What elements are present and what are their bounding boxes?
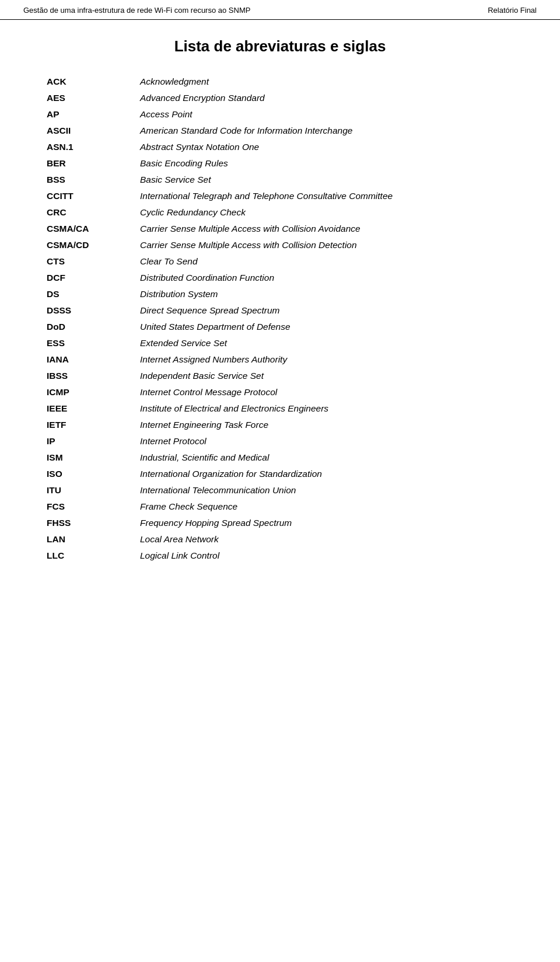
abbr-term: FHSS [47,518,140,528]
abbr-row: IANAInternet Assigned Numbers Authority [47,354,513,365]
abbr-row: IEEEInstitute of Electrical and Electron… [47,403,513,414]
abbr-row: CCITTInternational Telegraph and Telepho… [47,191,513,201]
abbr-term: ISO [47,469,140,479]
abbr-definition: Frequency Hopping Spread Spectrum [140,518,292,528]
abbr-definition: Abstract Syntax Notation One [140,142,259,152]
abbr-row: IBSSIndependent Basic Service Set [47,371,513,381]
abbr-term: LLC [47,550,140,561]
report-label: Relatório Final [488,6,537,15]
abbr-term: FCS [47,501,140,512]
abbr-row: ASN.1Abstract Syntax Notation One [47,142,513,152]
abbr-term: AES [47,93,140,103]
abbr-row: ASCIIAmerican Standard Code for Informat… [47,126,513,136]
abbr-definition: Distributed Coordination Function [140,273,274,283]
abbr-term: IP [47,436,140,447]
abbr-definition: Logical Link Control [140,550,219,561]
abbr-definition: Extended Service Set [140,338,227,348]
abbr-definition: United States Department of Defense [140,322,290,332]
abbr-term: IBSS [47,371,140,381]
abbr-row: FHSSFrequency Hopping Spread Spectrum [47,518,513,528]
section-title: Lista de abreviaturas e siglas [47,37,513,55]
abbr-term: CTS [47,256,140,267]
abbr-term: CSMA/CA [47,224,140,234]
abbr-term: DCF [47,273,140,283]
abbr-row: CRCCyclic Redundancy Check [47,207,513,218]
abbr-row: ISOInternational Organization for Standa… [47,469,513,479]
page-content: Lista de abreviaturas e siglas ACKAcknow… [0,20,560,590]
abbr-definition: Internet Protocol [140,436,206,447]
abbr-row: ACKAcknowledgment [47,76,513,87]
abbr-definition: Access Point [140,109,192,120]
page-header: Gestão de uma infra-estrutura de rede Wi… [0,0,560,20]
abbr-row: AESAdvanced Encryption Standard [47,93,513,103]
abbr-row: CSMA/CDCarrier Sense Multiple Access wit… [47,240,513,250]
abbr-definition: Carrier Sense Multiple Access with Colli… [140,224,360,234]
abbr-term: ESS [47,338,140,348]
abbr-term: ISM [47,452,140,463]
abbr-term: IETF [47,420,140,430]
abbr-row: IETFInternet Engineering Task Force [47,420,513,430]
abbr-row: IPInternet Protocol [47,436,513,447]
abbr-definition: Distribution System [140,289,218,299]
abbr-term: CRC [47,207,140,218]
abbr-row: CSMA/CACarrier Sense Multiple Access wit… [47,224,513,234]
abbr-row: CTSClear To Send [47,256,513,267]
abbr-definition: Direct Sequence Spread Spectrum [140,305,280,316]
abbr-term: CCITT [47,191,140,201]
abbr-definition: Internet Control Message Protocol [140,387,277,398]
document-title: Gestão de uma infra-estrutura de rede Wi… [23,6,250,15]
abbr-row: LANLocal Area Network [47,534,513,545]
abbr-row: FCSFrame Check Sequence [47,501,513,512]
abbr-definition: Institute of Electrical and Electronics … [140,403,328,414]
abbr-term: DS [47,289,140,299]
abbr-definition: Advanced Encryption Standard [140,93,265,103]
abbr-term: BER [47,158,140,169]
abbr-definition: Basic Service Set [140,175,211,185]
abbr-term: LAN [47,534,140,545]
abbr-term: DSSS [47,305,140,316]
abbr-definition: Local Area Network [140,534,219,545]
abbr-term: ASCII [47,126,140,136]
abbr-term: BSS [47,175,140,185]
abbr-definition: Frame Check Sequence [140,501,237,512]
abbr-term: ACK [47,76,140,87]
abbr-definition: International Organization for Standardi… [140,469,322,479]
abbr-row: DSSSDirect Sequence Spread Spectrum [47,305,513,316]
abbr-definition: Independent Basic Service Set [140,371,264,381]
abbr-definition: International Telegraph and Telephone Co… [140,191,393,201]
abbr-row: ITUInternational Telecommunication Union [47,485,513,496]
abbr-definition: Internet Engineering Task Force [140,420,268,430]
abbr-definition: Acknowledgment [140,76,209,87]
abbr-row: DCFDistributed Coordination Function [47,273,513,283]
abbr-term: ICMP [47,387,140,398]
abbr-term: ASN.1 [47,142,140,152]
abbr-term: IANA [47,354,140,365]
abbr-definition: Internet Assigned Numbers Authority [140,354,287,365]
abbr-row: BSSBasic Service Set [47,175,513,185]
abbr-row: ESSExtended Service Set [47,338,513,348]
abbr-term: IEEE [47,403,140,414]
abbr-row: APAccess Point [47,109,513,120]
abbr-term: AP [47,109,140,120]
abbr-definition: American Standard Code for Information I… [140,126,352,136]
abbr-row: ICMPInternet Control Message Protocol [47,387,513,398]
abbr-definition: Cyclic Redundancy Check [140,207,246,218]
abbr-definition: Industrial, Scientific and Medical [140,452,269,463]
abbreviations-table: ACKAcknowledgmentAESAdvanced Encryption … [47,76,513,561]
abbr-row: LLCLogical Link Control [47,550,513,561]
abbr-term: CSMA/CD [47,240,140,250]
abbr-row: DoDUnited States Department of Defense [47,322,513,332]
abbr-definition: Basic Encoding Rules [140,158,228,169]
abbr-definition: International Telecommunication Union [140,485,296,496]
abbr-term: ITU [47,485,140,496]
abbr-definition: Carrier Sense Multiple Access with Colli… [140,240,357,250]
abbr-term: DoD [47,322,140,332]
abbr-row: DSDistribution System [47,289,513,299]
abbr-row: ISMIndustrial, Scientific and Medical [47,452,513,463]
abbr-definition: Clear To Send [140,256,198,267]
abbr-row: BERBasic Encoding Rules [47,158,513,169]
